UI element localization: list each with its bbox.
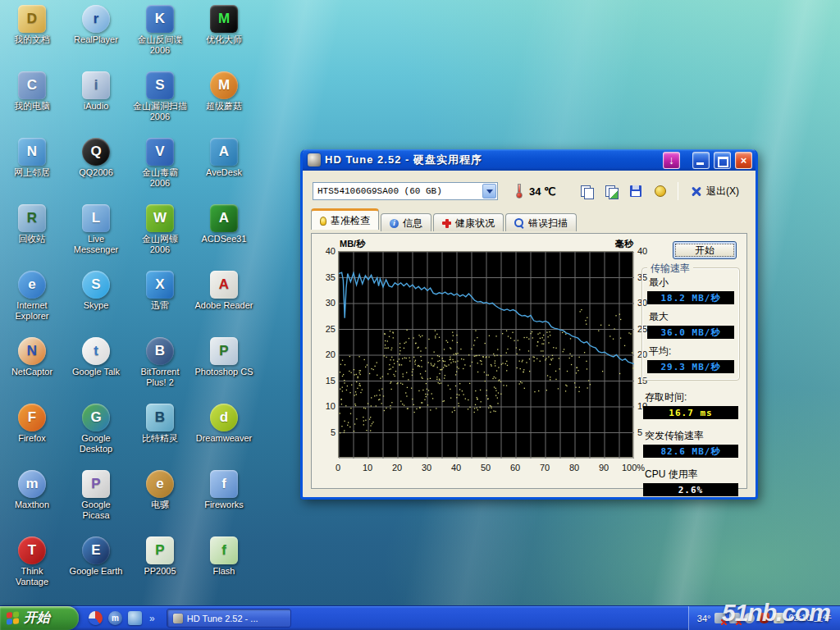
hdtune-task-button[interactable]: HD Tune 2.52 - ... <box>167 609 291 628</box>
window-title: HD Tune 2.52 - 硬盘实用程序 <box>325 153 659 167</box>
info-icon <box>390 219 399 228</box>
x-tick: 20 <box>392 463 402 472</box>
tab-info[interactable]: 信息 <box>381 213 431 231</box>
quicklaunch-more-chevron[interactable]: » <box>148 613 157 624</box>
x-tick: 10 <box>363 463 372 472</box>
copy-image-button[interactable] <box>600 181 622 201</box>
desktop-icon-super-mushroom[interactable]: M超级蘑菇 <box>193 68 255 135</box>
desktop-icon-pp2005[interactable]: PPP2005 <box>129 533 191 600</box>
save-button[interactable] <box>625 181 646 201</box>
wireless-network-icon[interactable] <box>714 613 725 623</box>
desktop-icon-maxthon[interactable]: mMaxthon <box>1 467 63 533</box>
taskbar: 开始 m » HD Tune 2.52 - ... 34° 02:10 上午 <box>0 605 840 630</box>
desktop-icon-netcaptor[interactable]: NNetCaptor <box>1 334 63 400</box>
desktop-icon-label: Adobe Reader <box>193 300 255 311</box>
access-time-label: 存取时间: <box>645 390 738 404</box>
desktop-icon-network-places[interactable]: N网上邻居 <box>1 135 63 201</box>
browser-quicklaunch-icon[interactable] <box>89 611 103 625</box>
download-drop-button[interactable]: ↓ <box>663 152 680 169</box>
desktop-icon-my-documents[interactable]: D我的文档 <box>1 2 63 68</box>
network-places-icon: N <box>18 138 46 166</box>
desktop-icon-my-computer[interactable]: C我的电脑 <box>1 68 63 135</box>
maximize-button[interactable] <box>714 152 731 169</box>
desktop-icon-google-picasa[interactable]: PGoogle Picasa <box>65 467 127 533</box>
copy-text-button[interactable] <box>576 181 597 201</box>
security-shield-icon[interactable] <box>759 613 769 623</box>
desktop-icon-skype[interactable]: SSkype <box>65 267 127 334</box>
chevron-down-icon[interactable] <box>482 184 496 199</box>
desktop-icon-firefox[interactable]: FFirefox <box>1 400 63 467</box>
tab-strip: 基准检查 信息 健康状况 错误扫描 <box>303 201 756 230</box>
flash-icon: f <box>210 536 238 564</box>
desktop-icon-label: RealPlayer <box>65 34 127 45</box>
desktop-icon-iaudio[interactable]: iiAudio <box>65 68 127 135</box>
google-picasa-icon: P <box>82 470 110 498</box>
cpu-usage-value: 2.6% <box>643 483 738 496</box>
volume-icon[interactable] <box>744 613 755 623</box>
y-left-tick: 20 <box>316 349 336 359</box>
desktop-icon-recycle-bin[interactable]: R回收站 <box>1 201 63 267</box>
desktop-icon-label: PP2005 <box>129 566 191 577</box>
messenger-quicklaunch-icon[interactable] <box>128 611 142 625</box>
desktop-icon-qq2006[interactable]: QQQ2006 <box>65 135 127 201</box>
desktop-icon-kingsoft-scan[interactable]: S金山漏洞扫描 2006 <box>129 68 191 135</box>
desktop-icon-label: 迅雷 <box>129 300 191 311</box>
start-benchmark-button[interactable]: 开始 <box>673 241 737 259</box>
desktop-icon-google-desktop[interactable]: GGoogle Desktop <box>65 400 127 467</box>
avedesk-icon: A <box>210 138 238 166</box>
temperature-label: 34 ℃ <box>529 185 556 198</box>
messenger-tray-icon[interactable] <box>774 613 784 623</box>
desktop-icon-bitspirit[interactable]: B比特精灵 <box>129 400 191 467</box>
drive-select[interactable]: HTS541060G9SA00 (60 GB) <box>313 182 498 200</box>
desktop-icon-thunder[interactable]: X迅雷 <box>129 267 191 334</box>
desktop-icon-avedesk[interactable]: AAveDesk <box>193 135 255 201</box>
maxthon-quicklaunch-icon[interactable]: m <box>108 611 122 625</box>
desktop-icon-emule[interactable]: e电骡 <box>129 467 191 533</box>
exit-button[interactable]: 退出(X) <box>685 183 746 200</box>
desktop-icon-google-talk[interactable]: tGoogle Talk <box>65 334 127 400</box>
desktop-icon-bittorrent-plus[interactable]: BBitTorrent Plus! 2 <box>129 334 191 400</box>
desktop-icon-think-vantage[interactable]: TThink Vantage <box>1 533 63 600</box>
x-tick: 80 <box>569 463 579 472</box>
y-left-tick: 15 <box>316 376 336 386</box>
iaudio-icon: i <box>82 71 110 99</box>
window-titlebar[interactable]: HD Tune 2.52 - 硬盘实用程序 ↓ × <box>303 149 756 171</box>
desktop-icon-live-messenger[interactable]: LLive Messenger <box>65 201 127 267</box>
bitspirit-icon: B <box>146 404 174 431</box>
acdsee31-icon: A <box>210 204 238 232</box>
desktop-icon-google-earth[interactable]: EGoogle Earth <box>65 533 127 600</box>
internet-explorer-icon: e <box>18 271 46 299</box>
desktop-icon-fireworks[interactable]: fFireworks <box>193 467 255 533</box>
desktop-icon-kingsoft-duba[interactable]: V金山毒霸 2006 <box>129 135 191 201</box>
minimize-button[interactable] <box>692 152 710 169</box>
tray-clock: 02:10 上午 <box>788 612 832 624</box>
y-axis-left-unit: MB/秒 <box>340 238 365 250</box>
desktop-icon-photoshop-cs[interactable]: PPhotoshop CS <box>193 334 255 400</box>
desktop-icon-adobe-reader[interactable]: AAdobe Reader <box>193 267 255 334</box>
desktop-icon-kingsoft-antispy[interactable]: K金山反间谍 2006 <box>129 2 191 68</box>
netcaptor-icon: N <box>18 337 46 365</box>
desktop-icon-youhua-dashi[interactable]: M优化大师 <box>193 2 255 68</box>
desktop-icon-dreamweaver[interactable]: dDreamweaver <box>193 400 255 467</box>
options-button[interactable] <box>650 181 671 201</box>
tab-benchmark[interactable]: 基准检查 <box>311 208 379 230</box>
benchmark-side-panel: 开始 传输速率 最小 18.2 MB/秒 最大 36.0 MB/秒 平均: 29… <box>640 237 743 483</box>
start-button[interactable]: 开始 <box>0 606 79 630</box>
toolbar-row: HTS541060G9SA00 (60 GB) 34 ℃ 退出(X) <box>303 171 756 201</box>
y-left-tick: 40 <box>316 246 336 256</box>
desktop-icon-realplayer[interactable]: rRealPlayer <box>65 2 127 68</box>
tab-health[interactable]: 健康状况 <box>433 213 504 231</box>
system-tray: 34° 02:10 上午 <box>688 606 840 630</box>
desktop-icon-kingsoft-netarm[interactable]: W金山网镖 2006 <box>129 201 191 267</box>
youhua-dashi-icon: M <box>210 5 238 33</box>
desktop-icon-acdsee31[interactable]: AACDSee31 <box>193 201 255 267</box>
desktop-icon-internet-explorer[interactable]: eInternet Explorer <box>1 267 63 334</box>
desktop-icon-flash[interactable]: fFlash <box>193 533 255 600</box>
network-disconnected-icon[interactable] <box>729 613 740 623</box>
transfer-rate-title: 传输速率 <box>647 262 693 276</box>
close-button[interactable]: × <box>735 152 752 169</box>
tab-error-scan[interactable]: 错误扫描 <box>505 213 577 231</box>
desktop-icon-label: Live Messenger <box>65 234 127 254</box>
tab-label: 健康状况 <box>455 217 495 231</box>
qq2006-icon: Q <box>82 138 110 166</box>
